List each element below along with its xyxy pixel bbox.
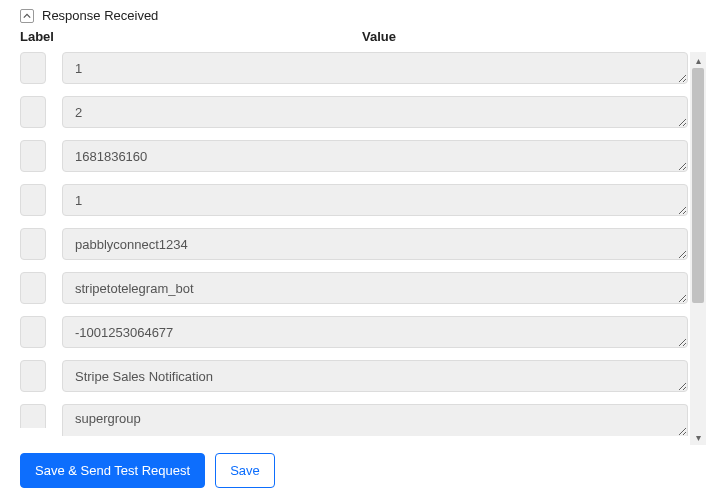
label-field[interactable]: [20, 228, 46, 260]
label-field[interactable]: [20, 184, 46, 216]
table-row: [20, 272, 688, 304]
value-field[interactable]: [62, 96, 688, 128]
label-column-header: Label: [20, 29, 354, 44]
table-row: [20, 228, 688, 260]
table-row: [20, 52, 688, 84]
value-field[interactable]: [62, 184, 688, 216]
table-row: [20, 184, 688, 216]
value-field[interactable]: [62, 360, 688, 392]
value-field[interactable]: [62, 52, 688, 84]
scroll-down-arrow[interactable]: ▾: [690, 429, 706, 445]
footer-actions: Save & Send Test Request Save: [20, 445, 706, 500]
label-field[interactable]: [20, 316, 46, 348]
table-row: [20, 96, 688, 128]
table-row: [20, 404, 688, 436]
value-field[interactable]: [62, 140, 688, 172]
value-field[interactable]: [62, 404, 688, 436]
value-column-header: Value: [354, 29, 688, 44]
response-section-header: Response Received: [20, 8, 706, 23]
scroll-thumb[interactable]: [692, 68, 704, 303]
table-row: [20, 140, 688, 172]
chevron-up-icon: [23, 12, 31, 20]
columns-header: Label Value: [20, 29, 706, 44]
response-rows: [20, 52, 706, 445]
scroll-up-arrow[interactable]: ▴: [690, 52, 706, 68]
scrollbar[interactable]: ▴ ▾: [690, 52, 706, 445]
section-title: Response Received: [42, 8, 158, 23]
value-field[interactable]: [62, 316, 688, 348]
save-send-test-button[interactable]: Save & Send Test Request: [20, 453, 205, 488]
table-row: [20, 316, 688, 348]
label-field[interactable]: [20, 52, 46, 84]
label-field[interactable]: [20, 404, 46, 428]
scroll-track[interactable]: [690, 68, 706, 429]
label-field[interactable]: [20, 96, 46, 128]
label-field[interactable]: [20, 272, 46, 304]
value-field[interactable]: [62, 272, 688, 304]
save-button[interactable]: Save: [215, 453, 275, 488]
value-field[interactable]: [62, 228, 688, 260]
table-row: [20, 360, 688, 392]
label-field[interactable]: [20, 140, 46, 172]
label-field[interactable]: [20, 360, 46, 392]
collapse-toggle[interactable]: [20, 9, 34, 23]
